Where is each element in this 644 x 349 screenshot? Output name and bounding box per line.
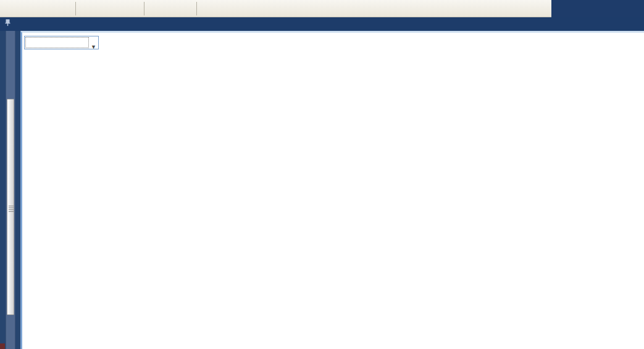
pin-icon[interactable] — [4, 19, 11, 28]
focus-outline — [26, 38, 88, 48]
falling-conversion-icon[interactable] — [162, 1, 178, 17]
scrollbar-grip — [9, 206, 14, 213]
ladder-canvas[interactable] — [40, 49, 644, 349]
or-falling-pulse-icon[interactable] — [94, 1, 110, 17]
vertical-scrollbar[interactable] — [6, 31, 15, 349]
contact-open-partial-icon[interactable] — [1, 1, 9, 17]
or-rising-pulse-close-icon[interactable] — [110, 1, 126, 17]
rising-conversion-icon[interactable] — [146, 1, 162, 17]
dock-corner — [0, 343, 5, 349]
toolbar-separator — [196, 2, 197, 15]
or-falling-pulse-close-icon[interactable] — [126, 1, 142, 17]
falling-pulse-contact-icon[interactable] — [25, 1, 41, 17]
toolbar-separator — [144, 2, 144, 15]
falling-pulse-close-contact-icon[interactable] — [57, 1, 73, 17]
ladder-toolbar — [0, 0, 551, 17]
scrollbar-thumb[interactable] — [7, 99, 14, 315]
st-inline-icon[interactable] — [199, 1, 215, 17]
rising-pulse-contact-icon[interactable] — [9, 1, 25, 17]
write-mode-dropdown[interactable]: ▼ — [24, 36, 99, 49]
or-rising-pulse-icon[interactable] — [78, 1, 94, 17]
toolbar — [0, 0, 644, 17]
toolbar-separator — [75, 2, 76, 15]
left-dock-edge — [0, 31, 20, 349]
document-tab-bar — [0, 17, 644, 31]
ladder-editor: ▼ — [20, 31, 644, 349]
rising-pulse-close-contact-icon[interactable] — [41, 1, 57, 17]
invert-result-icon[interactable] — [178, 1, 194, 17]
gx-works3-window: ▼ — [0, 0, 644, 349]
